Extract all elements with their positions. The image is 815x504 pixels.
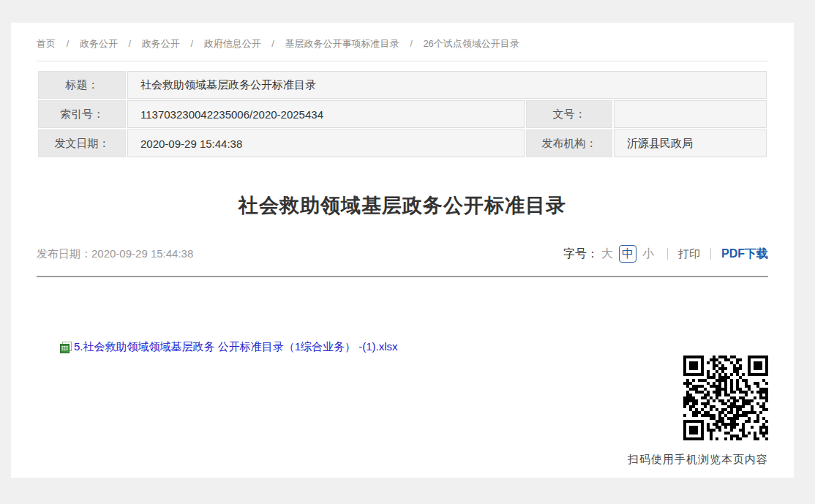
breadcrumb-separator: / (410, 38, 413, 49)
breadcrumb-separator: / (271, 38, 274, 49)
meta-value-issue-date: 2020-09-29 15:44:38 (127, 129, 525, 157)
font-size-small-button[interactable]: 小 (642, 247, 654, 262)
toolbar-divider (710, 248, 711, 260)
meta-label-agency: 发布机构： (526, 129, 612, 157)
content-card: 首页 / 政务公开 / 政务公开 / 政府信息公开 / 基层政务公开事项标准目录… (11, 23, 794, 478)
content-divider (37, 276, 768, 277)
meta-label-issue-date: 发文日期： (38, 129, 126, 157)
meta-label-index-number: 索引号： (38, 100, 126, 128)
publish-date: 发布日期：2020-09-29 15:44:38 (37, 247, 193, 261)
breadcrumb-item-home[interactable]: 首页 (37, 38, 56, 49)
breadcrumb-item-gov-info[interactable]: 政府信息公开 (204, 38, 261, 49)
meta-value-index-number: 113703230042235006/2020-2025434 (127, 100, 525, 128)
publish-date-value: 2020-09-29 15:44:38 (91, 247, 193, 260)
breadcrumb-separator: / (190, 38, 193, 49)
document-meta-table: 标题： 社会救助领域基层政务公开标准目录 索引号： 11370323004223… (37, 69, 768, 159)
excel-file-icon (60, 342, 72, 353)
breadcrumb-separator: / (129, 38, 132, 49)
breadcrumb: 首页 / 政务公开 / 政务公开 / 政府信息公开 / 基层政务公开事项标准目录… (37, 23, 768, 61)
meta-value-doc-number (614, 100, 767, 128)
breadcrumb-item-standard-catalog[interactable]: 基层政务公开事项标准目录 (285, 38, 399, 49)
meta-value-agency: 沂源县民政局 (614, 129, 767, 157)
pdf-download-button[interactable]: PDF下载 (721, 247, 768, 262)
breadcrumb-item-zwgk-1[interactable]: 政务公开 (80, 38, 118, 49)
meta-label-doc-number: 文号： (526, 100, 612, 128)
font-size-medium-button[interactable]: 中 (619, 245, 636, 263)
font-size-label: 字号： (563, 247, 598, 262)
breadcrumb-separator: / (67, 38, 70, 49)
publish-date-label: 发布日期： (37, 247, 91, 260)
font-size-large-button[interactable]: 大 (601, 247, 613, 262)
print-button[interactable]: 打印 (678, 247, 700, 261)
attachment-row: 5.社会救助领域领域基层政务 公开标准目录（1综合业务） -(1).xlsx (37, 340, 768, 354)
toolbar-divider (667, 248, 668, 260)
article-toolbar: 字号： 大 中 小 打印 PDF下载 (563, 245, 768, 263)
qr-caption: 扫码使用手机浏览本页内容 (628, 453, 768, 467)
qr-block: 扫码使用手机浏览本页内容 (628, 356, 768, 467)
qr-code (683, 356, 768, 440)
breadcrumb-item-pilot-catalog[interactable]: 26个试点领域公开目录 (423, 38, 519, 49)
breadcrumb-divider (37, 61, 768, 61)
page-title: 社会救助领域基层政务公开标准目录 (37, 192, 768, 219)
breadcrumb-item-zwgk-2[interactable]: 政务公开 (142, 38, 180, 49)
meta-value-title: 社会救助领域基层政务公开标准目录 (127, 71, 767, 99)
meta-label-title: 标题： (38, 71, 126, 99)
attachment-link[interactable]: 5.社会救助领域领域基层政务 公开标准目录（1综合业务） -(1).xlsx (74, 340, 398, 354)
